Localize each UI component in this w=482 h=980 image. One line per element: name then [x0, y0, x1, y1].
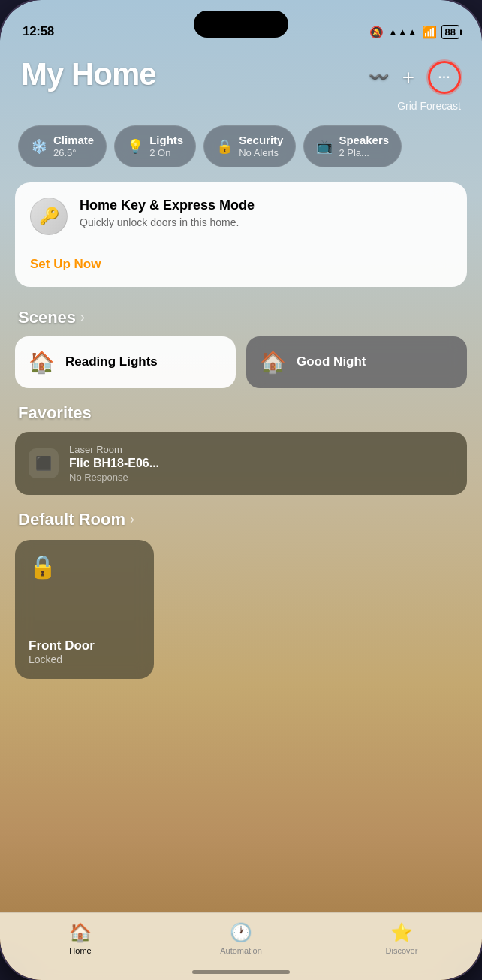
home-key-card[interactable]: 🔑 Home Key & Express Mode Quickly unlock… — [15, 182, 467, 287]
lock-info: Front Door Locked — [29, 638, 140, 665]
page-title: My Home — [21, 56, 369, 92]
categories-row: ❄️ Climate 26.5° 💡 Lights 2 On 🔒 — [0, 119, 482, 179]
lights-label: Lights — [149, 134, 183, 147]
header-right: 〰️ + ··· Grid Forecast — [369, 56, 461, 112]
default-room-title: Default Room — [18, 510, 125, 529]
more-button[interactable]: ··· — [428, 61, 461, 94]
speakers-label: Speakers — [339, 134, 389, 147]
device-flic-name: Flic BH18-E06... — [69, 457, 453, 470]
home-key-text: Home Key & Express Mode Quickly unlock d… — [80, 198, 255, 228]
default-room-chevron-icon[interactable]: › — [130, 511, 134, 527]
speakers-value: 2 Pla... — [339, 147, 389, 159]
header-actions: 〰️ + ··· — [369, 61, 461, 94]
phone-screen: 12:58 🔕 ▲▲▲ 📶 88 My Home 〰️ + — [0, 0, 482, 980]
reading-lights-label: Reading Lights — [65, 354, 158, 369]
device-flic[interactable]: ⬛ Laser Room Flic BH18-E06... No Respons… — [15, 432, 467, 495]
room-header: Default Room › — [15, 510, 467, 529]
tab-automation[interactable]: 🕐 Automation — [215, 922, 267, 955]
key-icon: 🔑 — [39, 207, 59, 226]
front-door-status: Locked — [29, 653, 140, 665]
automation-tab-icon: 🕐 — [230, 922, 252, 943]
home-tab-icon: 🏠 — [69, 922, 92, 943]
scene-reading-lights[interactable]: 🏠 Reading Lights — [15, 336, 236, 388]
good-night-label: Good Night — [297, 354, 366, 369]
app-header: My Home 〰️ + ··· Grid Forecast — [0, 45, 482, 119]
content-area: My Home 〰️ + ··· Grid Forecast ❄️ — [0, 45, 482, 912]
flic-icon: ⬛ — [35, 455, 52, 472]
category-chip-security[interactable]: 🔒 Security No Alerts — [203, 125, 296, 167]
scene-good-night[interactable]: 🏠 Good Night — [246, 336, 467, 388]
lock-icon: 🔒 — [29, 553, 140, 580]
climate-icon: ❄️ — [31, 138, 47, 155]
header-left: My Home — [21, 56, 369, 92]
add-button[interactable]: + — [402, 65, 414, 89]
tab-discover[interactable]: ⭐ Discover — [375, 922, 428, 955]
climate-text: Climate 26.5° — [53, 134, 94, 159]
device-flic-room: Laser Room — [69, 444, 453, 455]
reading-lights-icon: 🏠 — [29, 350, 55, 375]
device-flic-icon: ⬛ — [29, 448, 59, 478]
home-indicator — [192, 970, 290, 974]
automation-tab-label: Automation — [220, 946, 262, 955]
signal-icon: ▲▲▲ — [388, 26, 417, 38]
category-chip-climate[interactable]: ❄️ Climate 26.5° — [18, 125, 107, 167]
device-flic-status: No Response — [69, 472, 453, 483]
front-door-name: Front Door — [29, 638, 140, 653]
discover-tab-label: Discover — [386, 946, 418, 955]
category-chip-speakers[interactable]: 📺 Speakers 2 Pla... — [303, 125, 402, 167]
home-key-title: Home Key & Express Mode — [80, 198, 255, 213]
home-key-icon: 🔑 — [30, 198, 68, 235]
category-chip-lights[interactable]: 💡 Lights 2 On — [114, 125, 196, 167]
scenes-grid: 🏠 Reading Lights 🏠 Good Night — [0, 336, 482, 403]
speakers-text: Speakers 2 Pla... — [339, 134, 389, 159]
waveform-icon[interactable]: 〰️ — [369, 68, 389, 87]
good-night-icon: 🏠 — [260, 350, 286, 375]
climate-value: 26.5° — [53, 147, 94, 159]
scenes-section-header: Scenes › — [0, 302, 482, 336]
discover-tab-icon: ⭐ — [390, 922, 413, 943]
security-text: Security No Alerts — [239, 134, 283, 159]
dynamic-island — [194, 11, 288, 38]
default-room-section: Default Room › 🔒 Front Door Locked — [0, 510, 482, 694]
front-door-tile[interactable]: 🔒 Front Door Locked — [15, 540, 154, 679]
notification-bell-icon: 🔕 — [369, 26, 384, 39]
wifi-icon: 📶 — [422, 25, 437, 39]
tab-home[interactable]: 🏠 Home — [54, 922, 107, 955]
lights-value: 2 On — [149, 147, 183, 159]
speakers-icon: 📺 — [316, 138, 333, 155]
favorites-title: Favorites — [15, 403, 467, 423]
home-key-divider — [30, 246, 452, 246]
more-icon: ··· — [438, 71, 450, 84]
home-tab-label: Home — [69, 946, 91, 955]
status-time: 12:58 — [23, 24, 54, 39]
battery-icon: 88 — [441, 25, 459, 39]
device-flic-info: Laser Room Flic BH18-E06... No Response — [69, 444, 453, 483]
grid-forecast-label: Grid Forecast — [397, 100, 461, 112]
security-icon: 🔒 — [216, 138, 233, 155]
home-key-top: 🔑 Home Key & Express Mode Quickly unlock… — [30, 198, 452, 235]
phone-frame: 12:58 🔕 ▲▲▲ 📶 88 My Home 〰️ + — [0, 0, 482, 980]
status-icons: 🔕 ▲▲▲ 📶 88 — [369, 25, 459, 39]
favorites-section: Favorites ⬛ Laser Room Flic BH18-E06... … — [0, 403, 482, 510]
security-value: No Alerts — [239, 147, 283, 159]
scenes-title: Scenes — [18, 308, 76, 327]
climate-label: Climate — [53, 134, 94, 147]
lights-text: Lights 2 On — [149, 134, 183, 159]
lights-icon: 💡 — [127, 138, 143, 155]
scenes-chevron-icon[interactable]: › — [80, 309, 85, 325]
setup-now-button[interactable]: Set Up Now — [30, 257, 452, 272]
security-label: Security — [239, 134, 283, 147]
home-key-subtitle: Quickly unlock doors in this home. — [80, 216, 255, 228]
